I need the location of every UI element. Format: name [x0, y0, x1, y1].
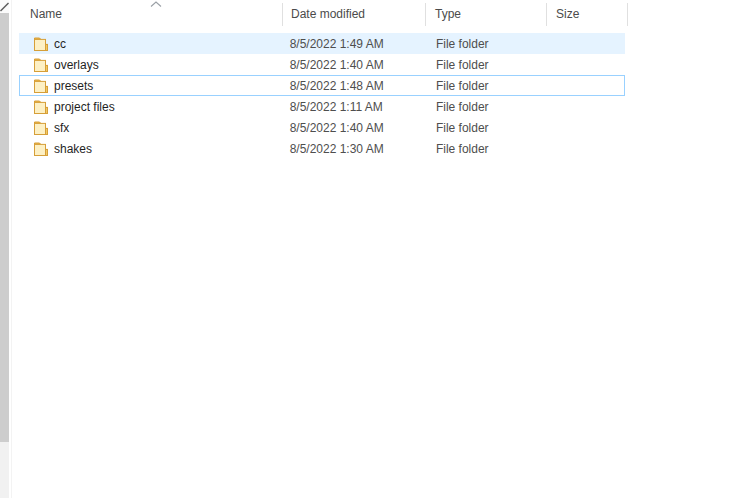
file-row[interactable]: project files 8/5/2022 1:11 AM File fold…: [19, 96, 625, 117]
file-name-cell: sfx: [19, 117, 282, 138]
file-row[interactable]: cc 8/5/2022 1:49 AM File folder: [19, 33, 625, 54]
file-type: File folder: [424, 33, 544, 54]
file-size: [544, 96, 625, 117]
file-type: File folder: [424, 138, 544, 159]
column-header-type[interactable]: Type: [426, 0, 547, 28]
file-type: File folder: [424, 75, 544, 96]
column-header-size[interactable]: Size: [547, 0, 628, 28]
folder-icon: [33, 99, 49, 115]
file-name-cell: shakes: [19, 138, 282, 159]
file-row[interactable]: sfx 8/5/2022 1:40 AM File folder: [19, 117, 625, 138]
file-row[interactable]: shakes 8/5/2022 1:30 AM File folder: [19, 138, 625, 159]
file-name-cell: cc: [19, 33, 282, 54]
file-name: cc: [54, 37, 66, 51]
folder-icon: [33, 57, 49, 73]
file-name: project files: [54, 100, 115, 114]
file-date-modified: 8/5/2022 1:30 AM: [282, 138, 424, 159]
pane-divider: [11, 0, 12, 498]
file-row[interactable]: overlays 8/5/2022 1:40 AM File folder: [19, 54, 625, 75]
column-header-label: Type: [435, 7, 461, 21]
file-size: [544, 75, 625, 96]
file-date-modified: 8/5/2022 1:40 AM: [282, 54, 424, 75]
file-name-cell: overlays: [19, 54, 282, 75]
file-date-modified: 8/5/2022 1:48 AM: [282, 75, 424, 96]
file-name-cell: presets: [19, 75, 282, 96]
column-header-date-modified[interactable]: Date modified: [283, 0, 426, 28]
file-type: File folder: [424, 54, 544, 75]
file-name: presets: [54, 79, 93, 93]
file-name: overlays: [54, 58, 99, 72]
file-size: [544, 33, 625, 54]
column-headers: Name Date modified Type Size: [14, 0, 628, 28]
left-scrollbar[interactable]: [0, 0, 9, 498]
folder-icon: [33, 141, 49, 157]
file-date-modified: 8/5/2022 1:49 AM: [282, 33, 424, 54]
file-explorer-window: Name Date modified Type Size cc: [0, 0, 746, 498]
folder-icon: [33, 78, 49, 94]
column-header-label: Date modified: [291, 7, 365, 21]
file-row[interactable]: presets 8/5/2022 1:48 AM File folder: [19, 75, 625, 96]
file-list: cc 8/5/2022 1:49 AM File folder overlays…: [19, 33, 625, 159]
file-name: shakes: [54, 142, 92, 156]
file-name: sfx: [54, 121, 69, 135]
scroll-up-arrow-icon[interactable]: [0, 0, 9, 13]
column-header-label: Name: [30, 7, 62, 21]
column-header-name[interactable]: Name: [14, 0, 283, 28]
folder-icon: [33, 36, 49, 52]
file-type: File folder: [424, 96, 544, 117]
scrollbar-thumb[interactable]: [0, 13, 9, 442]
file-date-modified: 8/5/2022 1:11 AM: [282, 96, 424, 117]
file-type: File folder: [424, 117, 544, 138]
file-name-cell: project files: [19, 96, 282, 117]
file-size: [544, 138, 625, 159]
file-date-modified: 8/5/2022 1:40 AM: [282, 117, 424, 138]
column-header-label: Size: [556, 7, 579, 21]
chevron-up-icon: [150, 1, 162, 8]
file-size: [544, 54, 625, 75]
folder-icon: [33, 120, 49, 136]
file-size: [544, 117, 625, 138]
